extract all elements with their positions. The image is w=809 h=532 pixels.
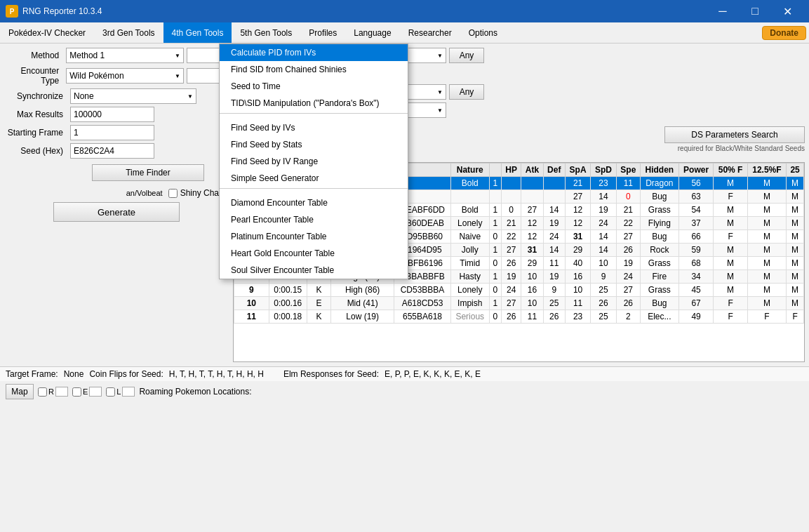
table-cell: 40 — [565, 257, 590, 270]
minimize-button[interactable]: ─ — [707, 0, 739, 22]
dropdown-diamond-enc[interactable]: Diamond Encounter Table — [220, 194, 408, 211]
table-cell: 14 — [591, 190, 616, 204]
menu-language[interactable]: Language — [345, 22, 399, 43]
table-cell — [521, 190, 543, 204]
l-checkbox[interactable] — [106, 387, 115, 397]
table-cell: 0:00.18 — [269, 310, 307, 324]
donate-button[interactable]: Donate — [762, 26, 806, 40]
table-cell: Bold — [450, 177, 489, 190]
table-cell: 11 — [543, 257, 565, 270]
table-cell: 19 — [501, 270, 521, 284]
dropdown-menu: Calculate PID from IVs Find SID from Cha… — [219, 44, 408, 279]
table-cell: F — [714, 297, 747, 310]
dropdown-ss-enc[interactable]: Soul Silver Encounter Table — [220, 262, 408, 279]
menu-gen4[interactable]: 4th Gen Tools — [163, 22, 232, 43]
ds-search-button[interactable]: DS Parameters Search — [664, 126, 805, 143]
encounter-type-select-wrapper: Wild Pokémon — [66, 68, 184, 84]
dropdown-simple-gen[interactable]: Simple Seed Generator — [220, 170, 408, 187]
table-cell: 12 — [565, 204, 590, 217]
menu-profiles[interactable]: Profiles — [300, 22, 345, 43]
max-results-row: Max Results — [4, 107, 229, 122]
dropdown-platinum-enc[interactable]: Platinum Encounter Table — [220, 228, 408, 245]
dropdown-pearl-enc[interactable]: Pearl Encounter Table — [220, 211, 408, 228]
any-nature-button[interactable]: Any — [449, 48, 484, 63]
table-cell: 49 — [678, 310, 714, 324]
menu-gen3[interactable]: 3rd Gen Tools — [94, 22, 163, 43]
r-label: R — [48, 387, 54, 396]
encounter-type-select[interactable]: Wild Pokémon — [67, 69, 183, 83]
table-cell: E — [307, 297, 330, 310]
table-cell: 25 — [543, 297, 565, 310]
starting-frame-input[interactable] — [70, 125, 154, 140]
table-cell: F — [714, 190, 747, 204]
table-cell: 19 — [543, 217, 565, 230]
table-cell: 29 — [521, 257, 543, 270]
synchronize-select[interactable]: None — [71, 89, 196, 103]
table-cell: 25 — [591, 284, 616, 297]
menu-options[interactable]: Options — [460, 22, 506, 43]
table-row[interactable]: 110:00.18KLow (19)655BA618Serious0261126… — [234, 310, 804, 324]
dropdown-tid-sid[interactable]: TID\SID Manipulation ("Pandora's Box") — [220, 95, 408, 112]
shiny-charm-checkbox[interactable] — [168, 189, 178, 198]
starting-frame-label: Starting Frame — [4, 128, 67, 138]
table-cell: 31 — [565, 230, 590, 244]
roaming-locations-label: Roaming Pokemon Locations: — [139, 387, 251, 397]
menu-pokedex[interactable]: Pokédex-IV Checker — [0, 22, 94, 43]
table-cell — [543, 190, 565, 204]
table-cell: 10 — [234, 297, 269, 310]
dropdown-seed-time[interactable]: Seed to Time — [220, 78, 408, 95]
any-encounter-button[interactable]: Any — [449, 84, 484, 100]
table-cell: Jolly — [450, 244, 489, 257]
menu-researcher[interactable]: Researcher — [400, 22, 460, 43]
dropdown-hg-enc[interactable]: Heart Gold Encounter Table — [220, 245, 408, 262]
e-box — [89, 387, 102, 397]
table-cell — [450, 190, 489, 204]
col-125f: 12.5%F — [747, 164, 787, 177]
table-cell: Timid — [450, 257, 489, 270]
e-checkbox[interactable] — [72, 387, 81, 397]
table-cell: 21 — [565, 177, 590, 190]
dropdown-find-seed-range[interactable]: Find Seed by IV Range — [220, 153, 408, 170]
table-cell — [543, 177, 565, 190]
time-finder-button[interactable]: Time Finder — [92, 164, 204, 181]
table-cell: Flying — [640, 217, 678, 230]
table-cell: 0:00.16 — [269, 297, 307, 310]
dropdown-find-sid[interactable]: Find SID from Chained Shinies — [220, 61, 408, 78]
table-cell: 56 — [678, 177, 714, 190]
table-cell — [501, 190, 521, 204]
generate-button[interactable]: Generate — [53, 202, 180, 222]
table-cell: 24 — [591, 217, 616, 230]
seed-hex-row: Seed (Hex) — [4, 143, 229, 159]
close-button[interactable]: ✕ — [771, 0, 803, 22]
table-cell: Rock — [640, 244, 678, 257]
table-cell: Bug — [640, 230, 678, 244]
table-cell: M — [787, 217, 804, 230]
map-button[interactable]: Map — [6, 384, 34, 399]
table-row[interactable]: 90:00.15KHigh (86)CD53BBBALonely02416910… — [234, 284, 804, 297]
menu-gen5[interactable]: 5th Gen Tools — [232, 22, 300, 43]
r-checkbox[interactable] — [38, 387, 47, 397]
elm-responses-value: E, P, P, E, K, K, K, E, K, E — [385, 369, 481, 379]
table-cell: 9 — [543, 284, 565, 297]
target-frame-value: None — [64, 369, 84, 379]
table-cell: M — [747, 297, 787, 310]
table-cell: 27 — [616, 284, 640, 297]
table-cell: Dragon — [640, 177, 678, 190]
maximize-button[interactable]: □ — [739, 0, 771, 22]
dropdown-divider-1 — [220, 113, 408, 114]
table-cell: F — [714, 310, 747, 324]
table-cell: 67 — [678, 297, 714, 310]
method-select[interactable]: Method 1 — [67, 48, 183, 62]
dropdown-find-seed-stats[interactable]: Find Seed by Stats — [220, 136, 408, 153]
app-icon: P — [6, 5, 18, 18]
table-cell: 54 — [678, 204, 714, 217]
titlebar: P RNG Reporter 10.3.4 ─ □ ✕ — [0, 0, 809, 22]
table-cell: 14 — [543, 204, 565, 217]
seed-hex-input[interactable] — [70, 143, 154, 159]
table-row[interactable]: 100:00.16EMid (41)A618CD53Impish12710251… — [234, 297, 804, 310]
table-cell: 26 — [616, 297, 640, 310]
max-results-input[interactable] — [70, 107, 154, 122]
dropdown-calc-pid[interactable]: Calculate PID from IVs — [220, 44, 408, 61]
dropdown-find-seed-ivs[interactable]: Find Seed by IVs — [220, 119, 408, 136]
r-checkbox-group: R — [38, 387, 68, 397]
